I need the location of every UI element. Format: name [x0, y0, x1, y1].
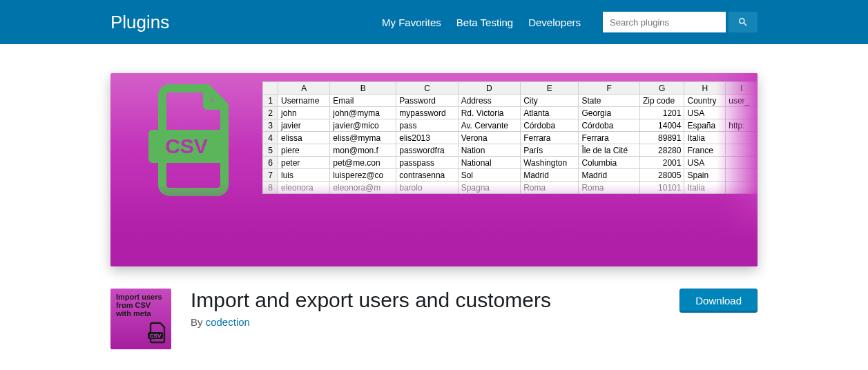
header-bar: Plugins My Favorites Beta Testing Develo…: [0, 0, 868, 44]
plugin-byline: By codection: [191, 316, 660, 328]
header-nav: My Favorites Beta Testing Developers: [382, 12, 758, 32]
page-title: Plugins: [110, 12, 382, 33]
nav-my-favorites[interactable]: My Favorites: [382, 17, 441, 28]
search-input[interactable]: [603, 12, 726, 32]
svg-text:CSV: CSV: [165, 135, 208, 157]
search-icon: [737, 17, 749, 28]
nav-developers[interactable]: Developers: [528, 17, 581, 28]
plugin-header: Import users from CSV with meta CSV Impo…: [0, 266, 868, 349]
svg-text:CSV: CSV: [150, 333, 162, 339]
csv-file-icon: CSV: [110, 73, 262, 199]
plugin-icon: Import users from CSV with meta CSV: [110, 289, 171, 349]
spreadsheet-preview: A B C D E F G H I 1 Username Email Passw…: [262, 81, 758, 194]
plugin-icon-text: Import users from CSV with meta: [116, 293, 162, 318]
nav-beta-testing[interactable]: Beta Testing: [456, 17, 513, 28]
banner-wrap: CSV A B C D E F G H I 1: [0, 44, 868, 266]
plugin-banner: CSV A B C D E F G H I 1: [110, 73, 758, 266]
plugin-author-link[interactable]: codection: [206, 316, 250, 328]
download-button[interactable]: Download: [679, 289, 758, 313]
csv-mini-icon: CSV: [146, 322, 167, 345]
plugin-title: Import and export users and customers: [191, 289, 660, 312]
search-wrap: [603, 12, 758, 32]
search-button[interactable]: [729, 12, 758, 32]
plugin-info: Import and export users and customers By…: [191, 289, 660, 328]
